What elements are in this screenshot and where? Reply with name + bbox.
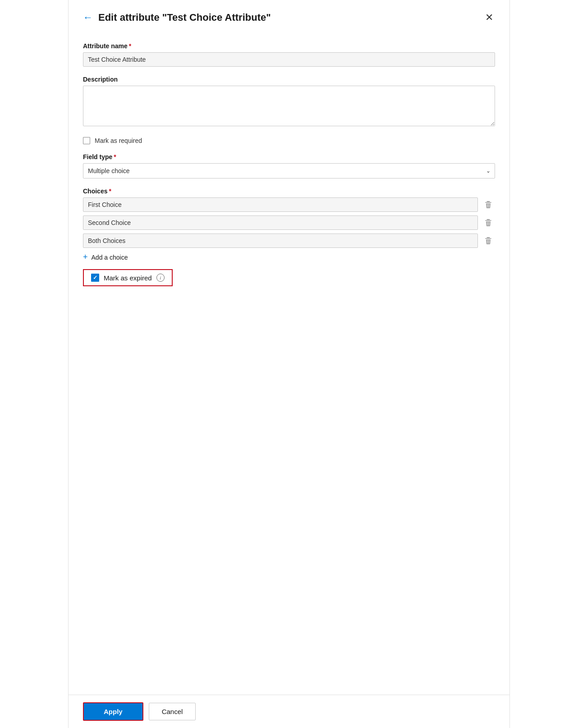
choice-item <box>83 215 495 230</box>
close-button[interactable]: ✕ <box>483 11 495 24</box>
add-icon: + <box>83 252 88 262</box>
back-button[interactable]: ← <box>83 13 93 23</box>
field-type-select-wrapper: Multiple choice ⌄ <box>83 163 495 179</box>
panel-body: Attribute name * Description Mark as req… <box>69 32 509 695</box>
trash-icon <box>484 237 492 245</box>
mark-expired-label[interactable]: Mark as expired <box>104 274 152 282</box>
cancel-button[interactable]: Cancel <box>149 703 196 720</box>
svg-rect-0 <box>487 201 490 202</box>
mark-required-label[interactable]: Mark as required <box>95 137 142 144</box>
required-star-name: * <box>129 42 131 50</box>
svg-rect-4 <box>487 219 490 220</box>
trash-icon <box>484 219 492 227</box>
mark-required-row: Mark as required <box>83 137 495 144</box>
delete-choice-3-button[interactable] <box>482 235 495 247</box>
description-label: Description <box>83 76 495 83</box>
choice-item <box>83 234 495 248</box>
edit-attribute-panel: ← Edit attribute "Test Choice Attribute"… <box>68 0 510 728</box>
info-icon[interactable]: i <box>156 274 165 282</box>
required-star-choices: * <box>109 188 111 195</box>
choices-section: Choices * <box>83 188 495 286</box>
choice-item <box>83 197 495 212</box>
mark-expired-row: ✓ Mark as expired i <box>83 269 173 286</box>
field-type-select[interactable]: Multiple choice <box>83 163 495 179</box>
panel-title-row: ← Edit attribute "Test Choice Attribute" <box>83 12 271 23</box>
attribute-name-label: Attribute name * <box>83 42 495 50</box>
delete-choice-1-button[interactable] <box>482 199 495 211</box>
panel-title: Edit attribute "Test Choice Attribute" <box>98 12 271 23</box>
delete-choice-2-button[interactable] <box>482 217 495 229</box>
attribute-name-group: Attribute name * <box>83 42 495 67</box>
choices-label: Choices * <box>83 188 495 195</box>
attribute-name-input[interactable] <box>83 52 495 67</box>
panel-header: ← Edit attribute "Test Choice Attribute"… <box>69 0 509 32</box>
checkmark-icon: ✓ <box>93 275 97 281</box>
field-type-label: Field type * <box>83 153 495 160</box>
apply-button[interactable]: Apply <box>83 702 143 721</box>
svg-rect-9 <box>485 238 491 238</box>
svg-rect-8 <box>487 237 490 238</box>
choice-input-3[interactable] <box>83 234 478 248</box>
choice-input-1[interactable] <box>83 197 478 212</box>
required-star-fieldtype: * <box>114 153 116 160</box>
mark-expired-checkbox[interactable]: ✓ <box>91 274 99 282</box>
svg-rect-1 <box>485 202 491 202</box>
svg-rect-5 <box>485 220 491 220</box>
description-group: Description <box>83 76 495 128</box>
add-choice-label: Add a choice <box>92 254 128 261</box>
mark-required-checkbox[interactable] <box>83 137 90 144</box>
add-choice-row[interactable]: + Add a choice <box>83 252 495 262</box>
panel-footer: Apply Cancel <box>69 695 509 728</box>
description-textarea[interactable] <box>83 86 495 126</box>
trash-icon <box>484 201 492 209</box>
choices-list <box>83 197 495 248</box>
field-type-group: Field type * Multiple choice ⌄ <box>83 153 495 179</box>
choice-input-2[interactable] <box>83 215 478 230</box>
